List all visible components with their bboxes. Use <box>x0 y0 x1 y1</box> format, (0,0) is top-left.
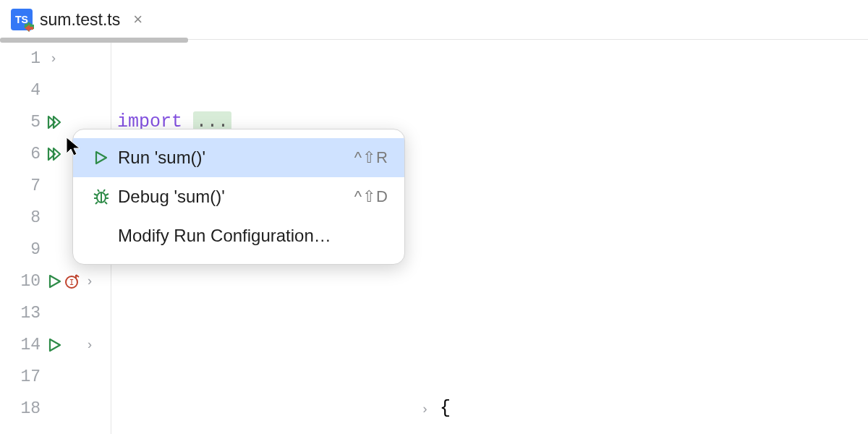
line-number: 9 <box>0 234 43 265</box>
svg-text:I: I <box>69 278 75 287</box>
line-number: 8 <box>0 202 43 234</box>
fold-toggle-icon[interactable]: › <box>46 43 61 75</box>
line-number: 14 <box>0 329 43 361</box>
line-number: 5 <box>0 106 43 138</box>
line-number: 7 <box>0 170 43 202</box>
menu-item-modify-run-config[interactable]: Modify Run Configuration… <box>73 216 404 255</box>
horizontal-scroll-thumb[interactable] <box>0 38 188 43</box>
run-icon <box>89 149 114 166</box>
tab-bar: TS sum.test.ts × <box>0 0 868 40</box>
menu-shortcut: ^⇧R <box>354 148 388 167</box>
inline-chevron-icon: › <box>421 402 429 417</box>
line-number: 6 <box>0 138 43 170</box>
code-text: { <box>429 398 451 419</box>
close-tab-icon[interactable]: × <box>133 10 142 29</box>
run-context-menu: Run 'sum()' ^⇧R Debug 'sum()' ^⇧D Modify… <box>72 129 405 265</box>
line-number: 4 <box>0 75 43 106</box>
run-all-gutter-icon[interactable] <box>46 145 64 163</box>
run-all-gutter-icon[interactable] <box>46 114 64 131</box>
run-gutter-icon[interactable] <box>46 273 64 290</box>
menu-shortcut: ^⇧D <box>354 187 388 206</box>
test-skip-indicator-icon: I <box>65 273 81 289</box>
line-number: 10 <box>0 265 43 297</box>
tab-title[interactable]: sum.test.ts <box>40 10 120 30</box>
file-type-icon: TS <box>11 9 33 30</box>
fold-toggle-icon[interactable]: › <box>82 329 97 361</box>
menu-label: Debug 'sum()' <box>118 187 354 207</box>
run-gutter-icon[interactable] <box>46 336 64 354</box>
menu-label: Run 'sum()' <box>118 148 354 168</box>
line-number: 17 <box>0 361 43 393</box>
line-number: 1 <box>0 43 43 75</box>
bug-icon <box>89 188 114 205</box>
menu-label: Modify Run Configuration… <box>118 226 388 246</box>
line-number: 13 <box>0 297 43 329</box>
mouse-cursor-icon <box>65 136 82 158</box>
menu-item-run[interactable]: Run 'sum()' ^⇧R <box>73 138 404 177</box>
menu-item-debug[interactable]: Debug 'sum()' ^⇧D <box>73 177 404 216</box>
line-number: 18 <box>0 393 43 425</box>
fold-toggle-icon[interactable]: › <box>82 265 97 297</box>
